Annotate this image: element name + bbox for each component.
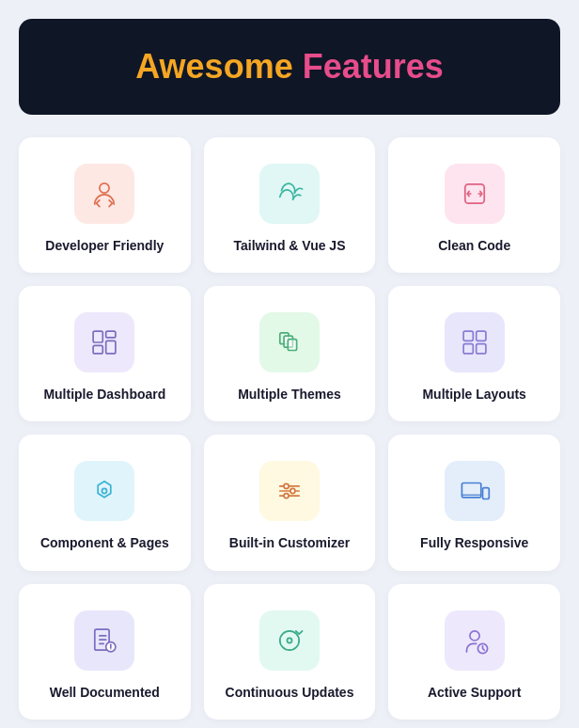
features-grid: Developer Friendly Tailwind & Vue JS Cle… — [19, 137, 560, 720]
feature-card-tailwind-vue: Tailwind & Vue JS — [204, 137, 376, 273]
page-title: Awesome Features — [38, 47, 541, 87]
svg-point-26 — [287, 638, 291, 642]
svg-rect-5 — [93, 346, 102, 355]
continuous-updates-icon — [259, 610, 320, 671]
svg-rect-8 — [288, 340, 296, 351]
svg-point-0 — [100, 183, 109, 193]
feature-card-built-in-customizer: Built-in Customizer — [204, 435, 376, 570]
svg-rect-10 — [476, 331, 485, 340]
svg-point-17 — [284, 484, 289, 489]
svg-point-13 — [102, 489, 107, 494]
svg-rect-3 — [106, 331, 116, 338]
multiple-themes-label: Multiple Themes — [238, 386, 341, 403]
feature-card-well-documented: Well Documented — [19, 584, 191, 720]
tailwind-vue-label: Tailwind & Vue JS — [233, 237, 345, 254]
svg-rect-9 — [463, 331, 473, 340]
fully-responsive-icon — [445, 461, 505, 521]
continuous-updates-label: Continuous Updates — [226, 684, 354, 701]
svg-point-27 — [470, 630, 479, 640]
svg-rect-12 — [476, 344, 485, 354]
svg-point-19 — [284, 494, 289, 499]
svg-rect-4 — [106, 340, 116, 354]
built-in-customizer-icon — [259, 461, 320, 521]
clean-code-label: Clean Code — [438, 237, 510, 254]
built-in-customizer-label: Built-in Customizer — [229, 534, 350, 551]
feature-card-clean-code: Clean Code — [388, 137, 560, 273]
active-support-icon — [445, 610, 505, 671]
tailwind-vue-icon — [259, 164, 320, 224]
multiple-dashboard-label: Multiple Dashboard — [43, 386, 165, 403]
multiple-layouts-icon — [445, 312, 505, 372]
component-pages-icon — [74, 461, 134, 521]
clean-code-icon — [445, 164, 505, 224]
feature-card-fully-responsive: Fully Responsive — [388, 435, 560, 570]
developer-friendly-icon — [74, 164, 134, 224]
developer-friendly-label: Developer Friendly — [45, 237, 164, 254]
svg-rect-2 — [93, 331, 102, 342]
feature-card-multiple-dashboard: Multiple Dashboard — [19, 286, 191, 421]
multiple-layouts-label: Multiple Layouts — [422, 386, 525, 403]
multiple-themes-icon — [259, 312, 320, 372]
component-pages-label: Component & Pages — [40, 534, 169, 551]
svg-point-18 — [290, 489, 295, 494]
feature-card-active-support: Active Support — [388, 584, 560, 720]
feature-card-multiple-themes: Multiple Themes — [204, 286, 376, 421]
multiple-dashboard-icon — [74, 312, 134, 372]
well-documented-label: Well Documented — [50, 684, 160, 701]
well-documented-icon — [74, 610, 134, 671]
feature-card-component-pages: Component & Pages — [19, 435, 191, 570]
fully-responsive-label: Fully Responsive — [420, 534, 528, 551]
svg-rect-21 — [482, 488, 489, 499]
feature-card-developer-friendly: Developer Friendly — [19, 137, 191, 273]
header: Awesome Features — [19, 19, 560, 115]
active-support-label: Active Support — [428, 684, 522, 701]
feature-card-multiple-layouts: Multiple Layouts — [388, 286, 560, 421]
svg-rect-11 — [463, 344, 473, 354]
svg-point-25 — [110, 648, 111, 649]
feature-card-continuous-updates: Continuous Updates — [204, 584, 376, 720]
